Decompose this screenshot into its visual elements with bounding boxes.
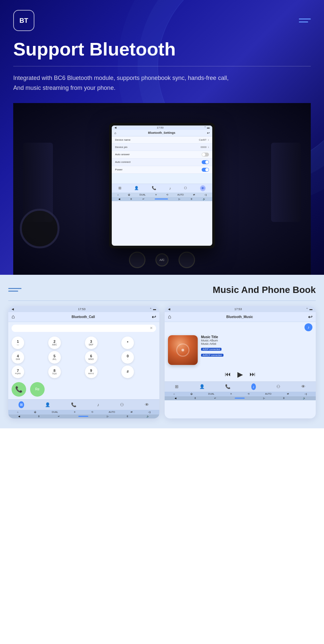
nav-eye-icon[interactable]: 👁 [200,185,206,191]
phone-screen: ◀ 17:53 ⌃ ▬ ⌂ Bluetooth_Call ↩ ✕ 1— 2ABC [8,306,159,418]
music-content: Music Title Music Album Music Artist A2D… [165,333,316,368]
home-icon[interactable]: ⌂ [114,131,116,135]
phone-nav-person[interactable]: 👤 [45,402,50,407]
music-ac-controls: ◀ 0 ↵ ▷ 0 🔊 [165,396,316,400]
dial-7[interactable]: 7PQRS [12,366,24,378]
nav-person-icon[interactable]: 👤 [134,186,139,190]
music-nav-apps[interactable]: ⊞ [175,384,179,389]
back-icon[interactable]: ↩ [207,131,210,135]
dial-9[interactable]: 9WXYZ [85,366,98,378]
ac-dual: DUAL [140,194,146,196]
ac-power[interactable]: ⏻ [128,194,130,196]
music-nav-phone[interactable]: 📞 [225,384,230,389]
screen-ac-bar: ⌂ ⏻ DUAL ✳ ⟲ AUTO ⇄ ◁) [112,193,212,197]
power-toggle[interactable] [202,168,209,172]
ac-vol[interactable]: ◁) [204,194,207,196]
music-nav-link[interactable]: ⚇ [276,384,280,389]
music-nav-eye[interactable]: 👁 [301,384,305,389]
avrcp-badge: AVRCP connected [201,354,223,357]
music-nav-music[interactable]: ♪ [251,383,256,390]
dial-8[interactable]: 8TUV [48,366,61,378]
power-row[interactable]: Power [112,166,212,174]
music-nav-person[interactable]: 👤 [199,384,205,389]
call-button[interactable]: 📞 [12,382,26,397]
hero-description: Integrated with BC6 Bluetooth module, su… [13,73,311,93]
ac-fan[interactable]: ✳ [155,194,157,196]
phone-home-icon[interactable]: ⌂ [12,314,15,320]
hero-section: BT Support Bluetooth Integrated with BC6… [0,0,324,275]
hamburger-menu[interactable] [299,18,311,22]
dial-0[interactable]: 0· [121,351,134,364]
redial-button[interactable]: Re [30,382,45,397]
phone-back-btn[interactable]: ◀ [12,307,14,311]
right-vent [271,143,301,222]
phone-back-icon[interactable]: ↩ [152,314,156,320]
play-button[interactable]: ▶ [237,370,243,379]
control-knob-right [179,252,195,268]
dial-1[interactable]: 1— [12,337,24,349]
music-screen: ◀ 17:53 ⌃ ▬ ⌂ Bluetooth_Music ↩ ♪ [165,306,316,418]
dial-2[interactable]: 2ABC [48,337,61,349]
phone-nav-music[interactable]: ♪ [97,402,100,407]
screens-row: ◀ 17:53 ⌃ ▬ ⌂ Bluetooth_Call ↩ ✕ 1— 2ABC [8,306,316,418]
dial-3[interactable]: 3DEF [85,337,98,349]
dial-6[interactable]: 6MNO [85,351,98,364]
ac-mode[interactable]: ⟲ [166,194,168,196]
ac-button[interactable]: A/C [155,253,169,267]
screen-nav-bar: ⌂ Bluetooth_Settings ↩ [112,130,212,136]
phone-nav-eye[interactable]: 👁 [145,402,149,407]
screen-status-bar: ◀ 17:53 ⌃ ▬ [112,125,212,130]
auto-connect-row[interactable]: Auto connect [112,159,212,166]
music-controls: ⏮ ▶ ⏭ [165,368,316,381]
section-menu-icon[interactable] [8,288,21,292]
phone-status-bar: ◀ 17:53 ⌃ ▬ [8,306,159,312]
ac-auto: AUTO [177,194,183,196]
nav-apps-icon[interactable]: ⊞ [118,186,121,190]
bt-logo: BT [13,10,34,31]
dialpad: 1— 2ABC 3DEF * 4GHI 5JKL 6MNO [8,335,159,380]
section-header: Music And Phone Book [8,285,316,301]
phone-nav-link[interactable]: ⚇ [120,402,124,407]
music-note-button[interactable]: ♪ [304,323,312,331]
steering-wheel [20,209,60,248]
search-clear-icon[interactable]: ✕ [150,326,153,330]
phone-nav-bar: ⌂ Bluetooth_Call ↩ [8,312,159,322]
dial-hash[interactable]: # [121,366,134,378]
ac-sync[interactable]: ⇄ [193,194,195,196]
auto-answer-row[interactable]: Auto answer [112,151,212,159]
music-album: Music Album [201,339,312,342]
next-button[interactable]: ⏭ [250,371,256,378]
auto-answer-toggle[interactable] [202,153,209,157]
phone-search-bar[interactable]: ✕ [12,325,156,332]
car-controls: A/C [129,252,195,268]
album-art [168,335,198,365]
dial-5[interactable]: 5JKL [48,351,61,364]
control-knob-left [129,252,145,268]
music-badges: A2DP connected AVRCP connected [201,345,312,357]
a2dp-badge: A2DP connected [201,348,222,351]
car-image-area: ◀ 17:53 ⌃ ▬ ⌂ Bluetooth_Settings ↩ Devic… [13,103,311,275]
music-title: Music Title [201,335,312,339]
music-back-icon[interactable]: ↩ [308,314,312,320]
nav-phone-icon[interactable]: 📞 [152,186,156,190]
device-name-row[interactable]: Device name CarBT › [112,136,212,144]
music-back-btn[interactable]: ◀ [168,307,170,311]
vinyl-ring [176,343,189,357]
dial-star[interactable]: * [121,337,134,349]
auto-connect-toggle[interactable] [202,160,209,164]
phone-nav-apps[interactable]: ⊞ [19,401,24,408]
hero-divider [13,66,311,66]
nav-music-icon[interactable]: ♪ [169,186,171,190]
music-phone-section: Music And Phone Book ◀ 17:53 ⌃ ▬ ⌂ Bluet… [0,275,324,428]
prev-button[interactable]: ⏮ [225,371,231,378]
phone-nav-phone[interactable]: 📞 [71,402,76,407]
page-title: Support Bluetooth [13,39,311,59]
nav-link-icon[interactable]: ⚇ [184,186,187,190]
music-nav-bar: ⌂ Bluetooth_Music ↩ [165,312,316,322]
music-note-area: ♪ [165,322,316,333]
music-bottom-nav: ⊞ 👤 📞 ♪ ⚇ 👁 [165,381,316,392]
music-home-icon[interactable]: ⌂ [168,314,171,320]
ac-home[interactable]: ⌂ [117,194,119,196]
device-pin-row[interactable]: Device pin 0000 › [112,144,212,151]
dial-4[interactable]: 4GHI [12,351,24,364]
